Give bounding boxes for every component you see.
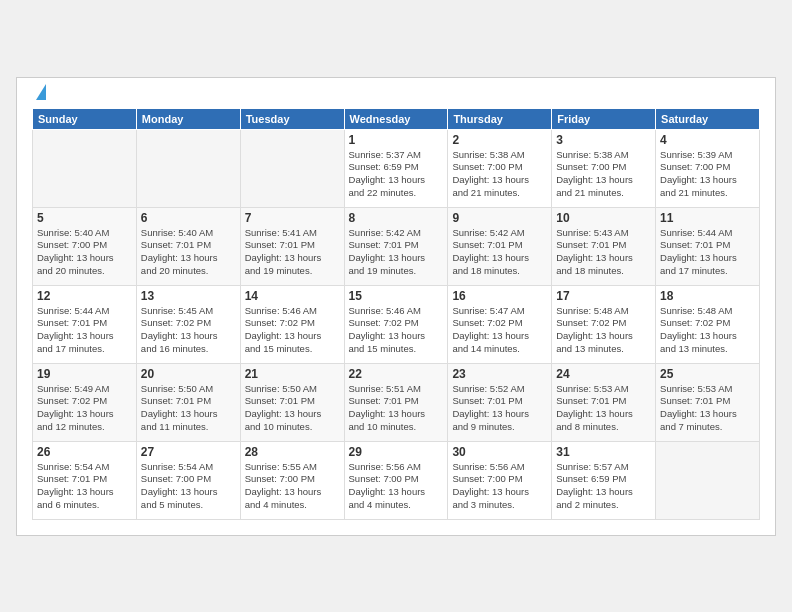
weekday-header-row: SundayMondayTuesdayWednesdayThursdayFrid… xyxy=(33,108,760,129)
day-info: Sunrise: 5:47 AM Sunset: 7:02 PM Dayligh… xyxy=(452,305,547,356)
day-number: 6 xyxy=(141,211,236,225)
day-cell: 26Sunrise: 5:54 AM Sunset: 7:01 PM Dayli… xyxy=(33,441,137,519)
day-cell: 4Sunrise: 5:39 AM Sunset: 7:00 PM Daylig… xyxy=(656,129,760,207)
day-number: 2 xyxy=(452,133,547,147)
day-number: 26 xyxy=(37,445,132,459)
day-cell: 31Sunrise: 5:57 AM Sunset: 6:59 PM Dayli… xyxy=(552,441,656,519)
day-info: Sunrise: 5:38 AM Sunset: 7:00 PM Dayligh… xyxy=(452,149,547,200)
day-info: Sunrise: 5:44 AM Sunset: 7:01 PM Dayligh… xyxy=(37,305,132,356)
week-row-2: 5Sunrise: 5:40 AM Sunset: 7:00 PM Daylig… xyxy=(33,207,760,285)
day-number: 5 xyxy=(37,211,132,225)
day-cell: 13Sunrise: 5:45 AM Sunset: 7:02 PM Dayli… xyxy=(136,285,240,363)
weekday-header-wednesday: Wednesday xyxy=(344,108,448,129)
day-cell: 23Sunrise: 5:52 AM Sunset: 7:01 PM Dayli… xyxy=(448,363,552,441)
day-cell: 1Sunrise: 5:37 AM Sunset: 6:59 PM Daylig… xyxy=(344,129,448,207)
day-cell: 6Sunrise: 5:40 AM Sunset: 7:01 PM Daylig… xyxy=(136,207,240,285)
day-info: Sunrise: 5:45 AM Sunset: 7:02 PM Dayligh… xyxy=(141,305,236,356)
day-cell: 17Sunrise: 5:48 AM Sunset: 7:02 PM Dayli… xyxy=(552,285,656,363)
day-cell: 8Sunrise: 5:42 AM Sunset: 7:01 PM Daylig… xyxy=(344,207,448,285)
day-info: Sunrise: 5:44 AM Sunset: 7:01 PM Dayligh… xyxy=(660,227,755,278)
day-cell: 30Sunrise: 5:56 AM Sunset: 7:00 PM Dayli… xyxy=(448,441,552,519)
day-info: Sunrise: 5:50 AM Sunset: 7:01 PM Dayligh… xyxy=(141,383,236,434)
day-number: 19 xyxy=(37,367,132,381)
day-info: Sunrise: 5:53 AM Sunset: 7:01 PM Dayligh… xyxy=(660,383,755,434)
day-info: Sunrise: 5:42 AM Sunset: 7:01 PM Dayligh… xyxy=(349,227,444,278)
week-row-4: 19Sunrise: 5:49 AM Sunset: 7:02 PM Dayli… xyxy=(33,363,760,441)
day-number: 13 xyxy=(141,289,236,303)
day-cell: 3Sunrise: 5:38 AM Sunset: 7:00 PM Daylig… xyxy=(552,129,656,207)
day-number: 25 xyxy=(660,367,755,381)
day-info: Sunrise: 5:56 AM Sunset: 7:00 PM Dayligh… xyxy=(349,461,444,512)
day-cell: 11Sunrise: 5:44 AM Sunset: 7:01 PM Dayli… xyxy=(656,207,760,285)
day-number: 23 xyxy=(452,367,547,381)
day-cell: 24Sunrise: 5:53 AM Sunset: 7:01 PM Dayli… xyxy=(552,363,656,441)
day-number: 9 xyxy=(452,211,547,225)
weekday-header-thursday: Thursday xyxy=(448,108,552,129)
day-info: Sunrise: 5:53 AM Sunset: 7:01 PM Dayligh… xyxy=(556,383,651,434)
calendar-header xyxy=(32,88,760,100)
logo xyxy=(32,88,46,100)
week-row-5: 26Sunrise: 5:54 AM Sunset: 7:01 PM Dayli… xyxy=(33,441,760,519)
day-info: Sunrise: 5:54 AM Sunset: 7:01 PM Dayligh… xyxy=(37,461,132,512)
day-number: 8 xyxy=(349,211,444,225)
day-info: Sunrise: 5:55 AM Sunset: 7:00 PM Dayligh… xyxy=(245,461,340,512)
day-info: Sunrise: 5:54 AM Sunset: 7:00 PM Dayligh… xyxy=(141,461,236,512)
day-number: 21 xyxy=(245,367,340,381)
day-cell: 16Sunrise: 5:47 AM Sunset: 7:02 PM Dayli… xyxy=(448,285,552,363)
day-number: 28 xyxy=(245,445,340,459)
day-info: Sunrise: 5:57 AM Sunset: 6:59 PM Dayligh… xyxy=(556,461,651,512)
day-cell xyxy=(33,129,137,207)
day-number: 16 xyxy=(452,289,547,303)
day-cell: 7Sunrise: 5:41 AM Sunset: 7:01 PM Daylig… xyxy=(240,207,344,285)
day-info: Sunrise: 5:48 AM Sunset: 7:02 PM Dayligh… xyxy=(556,305,651,356)
day-cell: 19Sunrise: 5:49 AM Sunset: 7:02 PM Dayli… xyxy=(33,363,137,441)
logo-triangle-icon xyxy=(36,84,46,100)
day-info: Sunrise: 5:40 AM Sunset: 7:01 PM Dayligh… xyxy=(141,227,236,278)
day-cell: 15Sunrise: 5:46 AM Sunset: 7:02 PM Dayli… xyxy=(344,285,448,363)
day-number: 11 xyxy=(660,211,755,225)
calendar-grid: SundayMondayTuesdayWednesdayThursdayFrid… xyxy=(32,108,760,520)
day-cell: 18Sunrise: 5:48 AM Sunset: 7:02 PM Dayli… xyxy=(656,285,760,363)
day-info: Sunrise: 5:51 AM Sunset: 7:01 PM Dayligh… xyxy=(349,383,444,434)
day-number: 31 xyxy=(556,445,651,459)
day-number: 27 xyxy=(141,445,236,459)
day-info: Sunrise: 5:39 AM Sunset: 7:00 PM Dayligh… xyxy=(660,149,755,200)
day-info: Sunrise: 5:46 AM Sunset: 7:02 PM Dayligh… xyxy=(349,305,444,356)
day-info: Sunrise: 5:38 AM Sunset: 7:00 PM Dayligh… xyxy=(556,149,651,200)
day-number: 1 xyxy=(349,133,444,147)
day-number: 22 xyxy=(349,367,444,381)
day-cell: 12Sunrise: 5:44 AM Sunset: 7:01 PM Dayli… xyxy=(33,285,137,363)
day-info: Sunrise: 5:48 AM Sunset: 7:02 PM Dayligh… xyxy=(660,305,755,356)
day-cell: 21Sunrise: 5:50 AM Sunset: 7:01 PM Dayli… xyxy=(240,363,344,441)
weekday-header-friday: Friday xyxy=(552,108,656,129)
day-cell xyxy=(240,129,344,207)
day-info: Sunrise: 5:40 AM Sunset: 7:00 PM Dayligh… xyxy=(37,227,132,278)
week-row-3: 12Sunrise: 5:44 AM Sunset: 7:01 PM Dayli… xyxy=(33,285,760,363)
weekday-header-tuesday: Tuesday xyxy=(240,108,344,129)
day-number: 12 xyxy=(37,289,132,303)
day-number: 7 xyxy=(245,211,340,225)
day-info: Sunrise: 5:49 AM Sunset: 7:02 PM Dayligh… xyxy=(37,383,132,434)
day-cell: 20Sunrise: 5:50 AM Sunset: 7:01 PM Dayli… xyxy=(136,363,240,441)
day-number: 15 xyxy=(349,289,444,303)
day-number: 18 xyxy=(660,289,755,303)
day-cell xyxy=(656,441,760,519)
day-info: Sunrise: 5:42 AM Sunset: 7:01 PM Dayligh… xyxy=(452,227,547,278)
day-number: 20 xyxy=(141,367,236,381)
day-cell: 27Sunrise: 5:54 AM Sunset: 7:00 PM Dayli… xyxy=(136,441,240,519)
day-info: Sunrise: 5:52 AM Sunset: 7:01 PM Dayligh… xyxy=(452,383,547,434)
day-cell: 14Sunrise: 5:46 AM Sunset: 7:02 PM Dayli… xyxy=(240,285,344,363)
day-number: 29 xyxy=(349,445,444,459)
day-number: 3 xyxy=(556,133,651,147)
day-cell: 2Sunrise: 5:38 AM Sunset: 7:00 PM Daylig… xyxy=(448,129,552,207)
calendar-container: SundayMondayTuesdayWednesdayThursdayFrid… xyxy=(16,77,776,536)
day-cell: 9Sunrise: 5:42 AM Sunset: 7:01 PM Daylig… xyxy=(448,207,552,285)
day-info: Sunrise: 5:41 AM Sunset: 7:01 PM Dayligh… xyxy=(245,227,340,278)
day-info: Sunrise: 5:50 AM Sunset: 7:01 PM Dayligh… xyxy=(245,383,340,434)
day-info: Sunrise: 5:46 AM Sunset: 7:02 PM Dayligh… xyxy=(245,305,340,356)
weekday-header-sunday: Sunday xyxy=(33,108,137,129)
day-number: 4 xyxy=(660,133,755,147)
day-number: 17 xyxy=(556,289,651,303)
day-cell xyxy=(136,129,240,207)
day-info: Sunrise: 5:43 AM Sunset: 7:01 PM Dayligh… xyxy=(556,227,651,278)
